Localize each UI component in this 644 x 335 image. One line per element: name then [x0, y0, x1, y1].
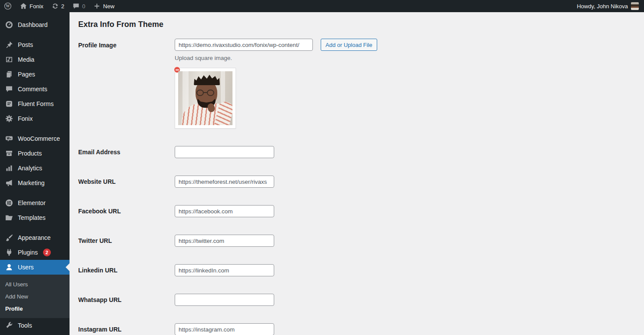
email-input[interactable] — [175, 146, 274, 158]
form-row-facebook: Facebook URL — [78, 205, 635, 217]
website-url-label: Website URL — [78, 178, 175, 185]
instagram-url-input[interactable] — [175, 323, 274, 335]
sidebar-item-label: Elementor — [18, 199, 46, 206]
sidebar-item-marketing[interactable]: Marketing — [0, 176, 70, 190]
user-icon — [5, 263, 13, 272]
sidebar-item-fonix[interactable]: Fonix — [0, 111, 70, 126]
admin-sidebar: Dashboard Posts Media Pages Comments — [0, 12, 70, 335]
folder-icon — [5, 213, 13, 222]
sidebar-item-label: Marketing — [18, 179, 44, 186]
sidebar-item-label: Posts — [18, 41, 33, 48]
sidebar-item-plugins[interactable]: Plugins 2 — [0, 245, 70, 260]
form-row-whatsapp: Whatsapp URL — [78, 294, 635, 306]
profile-image-url-input[interactable] — [175, 39, 313, 51]
howdy-text: Howdy, John Nikova — [577, 3, 628, 10]
fluent-forms-icon — [5, 100, 13, 108]
website-url-input[interactable] — [175, 176, 274, 188]
sidebar-item-label: Tools — [18, 322, 32, 329]
sidebar-item-pages[interactable]: Pages — [0, 67, 70, 82]
form-row-linkedin: Linkedin URL — [78, 264, 635, 276]
updates-icon — [51, 2, 59, 10]
brush-icon — [5, 233, 13, 242]
media-icon — [5, 55, 13, 64]
updates-menu[interactable]: 2 — [47, 0, 68, 12]
sidebar-item-label: Fonix — [18, 115, 33, 122]
facebook-url-input[interactable] — [175, 205, 274, 217]
whatsapp-url-label: Whatsapp URL — [78, 296, 175, 303]
form-row-website: Website URL — [78, 176, 635, 188]
sidebar-item-fluent-forms[interactable]: Fluent Forms — [0, 96, 70, 111]
users-submenu: All Users Add New Profile — [0, 275, 70, 318]
comments-menu[interactable]: 0 — [68, 0, 89, 12]
sidebar-item-label: Products — [18, 150, 42, 157]
new-content-menu[interactable]: New — [89, 0, 118, 12]
submenu-item-add-new[interactable]: Add New — [0, 290, 70, 302]
wordpress-logo-menu[interactable]: W — [0, 0, 16, 12]
box-icon — [5, 149, 13, 158]
submenu-item-profile[interactable]: Profile — [0, 302, 70, 315]
sidebar-item-comments[interactable]: Comments — [0, 82, 70, 96]
form-row-profile-image: Profile Image Add or Upload File Upload … — [78, 39, 635, 129]
profile-image-preview — [175, 68, 236, 129]
whatsapp-url-input[interactable] — [175, 294, 274, 306]
sidebar-item-analytics[interactable]: Analytics — [0, 161, 70, 176]
wrench-icon — [5, 321, 13, 330]
sidebar-item-posts[interactable]: Posts — [0, 37, 70, 52]
linkedin-url-input[interactable] — [175, 264, 274, 276]
profile-photo — [178, 71, 232, 125]
facebook-url-label: Facebook URL — [78, 208, 175, 215]
sidebar-item-label: Appearance — [18, 234, 51, 241]
form-row-twitter: Twitter URL — [78, 235, 635, 247]
page-title: Extra Info From Theme — [78, 20, 635, 29]
sidebar-item-label: Analytics — [18, 165, 42, 172]
wordpress-logo-icon: W — [4, 2, 12, 10]
sidebar-item-woocommerce[interactable]: WooCommerce — [0, 131, 70, 146]
svg-text:W: W — [6, 4, 10, 8]
sidebar-item-products[interactable]: Products — [0, 146, 70, 161]
home-icon — [20, 2, 27, 10]
elementor-icon — [5, 199, 13, 207]
woocommerce-icon — [5, 134, 13, 143]
email-label: Email Address — [78, 149, 175, 156]
sidebar-item-label: Plugins — [18, 249, 38, 256]
sidebar-item-label: Comments — [18, 86, 47, 93]
sidebar-item-label: Users — [18, 264, 34, 271]
plus-icon — [93, 2, 101, 10]
sidebar-item-users[interactable]: Users — [0, 260, 70, 275]
updates-count: 2 — [61, 3, 64, 10]
pin-icon — [5, 40, 13, 49]
bar-chart-icon — [5, 164, 13, 172]
sidebar-item-label: WooCommerce — [18, 135, 60, 142]
admin-bar: W Fonix 2 0 New Howdy, — [0, 0, 644, 12]
dashboard-icon — [5, 20, 13, 29]
site-name-menu[interactable]: Fonix — [16, 0, 47, 12]
sidebar-item-media[interactable]: Media — [0, 52, 70, 67]
submenu-item-all-users[interactable]: All Users — [0, 278, 70, 290]
instagram-url-label: Instagram URL — [78, 326, 175, 333]
linkedin-url-label: Linkedin URL — [78, 267, 175, 274]
profile-image-label: Profile Image — [78, 39, 175, 129]
sidebar-item-label: Templates — [18, 214, 46, 221]
sidebar-item-elementor[interactable]: Elementor — [0, 196, 70, 210]
add-or-upload-file-button[interactable]: Add or Upload File — [321, 39, 377, 51]
comment-bubble-icon — [72, 2, 80, 10]
sidebar-item-tools[interactable]: Tools — [0, 318, 70, 333]
form-row-email: Email Address — [78, 146, 635, 158]
sidebar-item-dashboard[interactable]: Dashboard — [0, 17, 70, 32]
plugins-update-badge: 2 — [43, 249, 51, 256]
sidebar-item-label: Media — [18, 56, 34, 63]
account-menu[interactable]: Howdy, John Nikova — [577, 0, 644, 12]
pages-icon — [5, 70, 13, 79]
sidebar-item-templates[interactable]: Templates — [0, 210, 70, 225]
submenu-label: Profile — [5, 305, 23, 312]
user-avatar — [631, 2, 639, 10]
submenu-label: Add New — [5, 293, 28, 300]
gear-icon — [5, 114, 13, 123]
site-name-label: Fonix — [30, 3, 43, 10]
submenu-label: All Users — [5, 281, 28, 288]
comments-count: 0 — [82, 3, 85, 10]
sidebar-item-label: Fluent Forms — [18, 100, 53, 107]
form-row-instagram: Instagram URL — [78, 323, 635, 335]
twitter-url-input[interactable] — [175, 235, 274, 247]
sidebar-item-appearance[interactable]: Appearance — [0, 230, 70, 245]
